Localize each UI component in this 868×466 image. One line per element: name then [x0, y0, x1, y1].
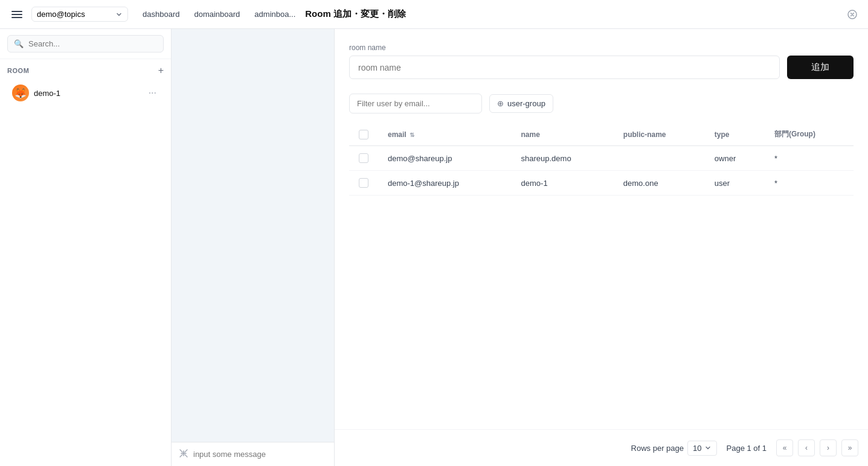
cell-name: demo-1 — [512, 171, 614, 196]
nav-dashboard[interactable]: dashboard — [143, 10, 179, 19]
nav-domainboard[interactable]: domainboard — [194, 10, 240, 19]
right-content: room name 追加 ⊕ user-group — [335, 29, 868, 429]
users-table: email ⇅ name public-name type 部門(Group) … — [349, 123, 854, 196]
row-checkbox-cell — [349, 171, 378, 196]
search-icon: 🔍 — [14, 39, 24, 48]
sort-icon: ⇅ — [410, 132, 414, 138]
cell-type: owner — [705, 146, 765, 171]
header-type: type — [705, 123, 765, 146]
room-section: ROOM + 🦊 demo-1 ··· — [0, 59, 171, 111]
user-group-icon: ⊕ — [497, 99, 504, 108]
middle-panel — [172, 29, 335, 466]
nav-adminboard[interactable]: adminboa... — [254, 10, 295, 19]
svg-rect-0 — [11, 11, 22, 12]
svg-rect-1 — [11, 14, 22, 15]
first-page-button[interactable]: « — [776, 439, 793, 456]
top-nav: demo@topics dashboard domainboard adminb… — [0, 0, 868, 29]
avatar: 🦊 — [12, 85, 29, 101]
cell-email: demo@shareup.jp — [378, 146, 512, 171]
message-input-area — [172, 442, 334, 466]
message-input[interactable] — [193, 450, 327, 459]
table-row: demo@shareup.jp shareup.demo owner * — [349, 146, 854, 171]
cell-group: * — [765, 146, 854, 171]
chevron-down-icon — [115, 11, 123, 18]
cell-name: shareup.demo — [512, 146, 614, 171]
header-checkbox-cell — [349, 123, 378, 146]
rows-select-chevron-icon — [704, 444, 712, 452]
room-form-row: 追加 — [349, 56, 854, 79]
filter-row: ⊕ user-group — [349, 94, 854, 113]
workspace-selector[interactable]: demo@topics — [31, 7, 128, 22]
sidebar: 🔍 ROOM + 🦊 demo-1 ··· — [0, 29, 172, 466]
search-area: 🔍 — [0, 29, 171, 59]
room-form-section: room name 追加 — [349, 43, 854, 79]
room-name-input[interactable] — [349, 56, 780, 79]
header-checkbox[interactable] — [359, 130, 368, 139]
email-filter-input[interactable] — [349, 94, 482, 113]
expand-button[interactable] — [179, 448, 188, 460]
row-checkbox[interactable] — [359, 153, 368, 163]
search-box: 🔍 — [7, 35, 164, 53]
room-label: ROOM — [7, 67, 29, 74]
pagination: Rows per page 10 Page 1 of 1 « ‹ › » — [335, 429, 868, 466]
rows-per-page-value: 10 — [693, 444, 701, 453]
header-name: name — [512, 123, 614, 146]
rows-per-page-select[interactable]: 10 — [687, 441, 716, 456]
room-name-label: room name — [349, 43, 854, 52]
table-header-row: email ⇅ name public-name type 部門(Group) — [349, 123, 854, 146]
workspace-label: demo@topics — [37, 10, 113, 19]
user-group-label: user-group — [507, 99, 545, 108]
top-nav-links: dashboard domainboard adminboa... — [143, 10, 295, 19]
menu-button[interactable] — [7, 5, 27, 24]
cell-group: * — [765, 171, 854, 196]
rows-per-page-section: Rows per page 10 — [631, 441, 717, 456]
room-name: demo-1 — [34, 89, 141, 98]
row-checkbox[interactable] — [359, 178, 368, 188]
panel-title: Room 追加・変更・削除 — [305, 8, 406, 20]
close-button[interactable] — [844, 6, 861, 23]
expand-icon — [179, 448, 188, 458]
room-header: ROOM + — [7, 65, 164, 76]
prev-page-button[interactable]: ‹ — [798, 439, 815, 456]
rows-per-page-label: Rows per page — [631, 444, 684, 453]
table-body: demo@shareup.jp shareup.demo owner * dem… — [349, 146, 854, 196]
row-checkbox-cell — [349, 146, 378, 171]
search-input[interactable] — [28, 39, 157, 48]
next-page-button[interactable]: › — [820, 439, 837, 456]
last-page-button[interactable]: » — [841, 439, 858, 456]
header-public-name: public-name — [614, 123, 705, 146]
cell-type: user — [705, 171, 765, 196]
room-more-button[interactable]: ··· — [146, 86, 159, 100]
add-room-submit-button[interactable]: 追加 — [787, 56, 854, 79]
user-group-button[interactable]: ⊕ user-group — [489, 94, 553, 113]
header-email: email ⇅ — [378, 123, 512, 146]
add-room-button[interactable]: + — [158, 65, 164, 76]
table-row: demo-1@shareup.jp demo-1 demo.one user * — [349, 171, 854, 196]
page-info: Page 1 of 1 — [727, 444, 767, 453]
middle-content — [172, 29, 334, 442]
cell-public-name: demo.one — [614, 171, 705, 196]
main-area: 🔍 ROOM + 🦊 demo-1 ··· — [0, 29, 868, 466]
svg-rect-2 — [11, 17, 22, 18]
right-panel: room name 追加 ⊕ user-group — [335, 29, 868, 466]
cell-email: demo-1@shareup.jp — [378, 171, 512, 196]
table-header: email ⇅ name public-name type 部門(Group) — [349, 123, 854, 146]
close-icon — [847, 10, 857, 19]
cell-public-name — [614, 146, 705, 171]
room-item[interactable]: 🦊 demo-1 ··· — [7, 81, 164, 105]
header-group: 部門(Group) — [765, 123, 854, 146]
